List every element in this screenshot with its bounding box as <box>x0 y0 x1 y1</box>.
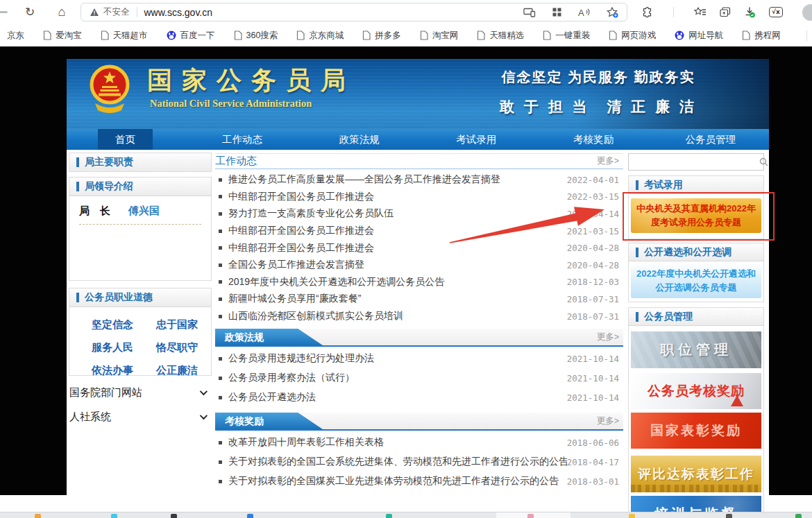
home-icon[interactable]: ⌂ <box>53 0 71 24</box>
more-link[interactable]: 更多> <box>597 415 619 427</box>
leader-title: 局 长 <box>79 205 110 218</box>
nav-item-home[interactable]: 首页 <box>67 129 184 150</box>
bookmark-item[interactable]: 网址导航 <box>675 30 723 42</box>
dropdown-hr-system[interactable]: 人社系统 <box>69 408 212 426</box>
search-icon[interactable] <box>759 157 768 166</box>
page-icon <box>420 31 428 40</box>
accent-bar <box>76 182 79 191</box>
more-link[interactable]: 更多> <box>597 331 619 343</box>
bullet-icon <box>219 195 222 198</box>
favorites-bar-icon[interactable] <box>694 7 707 17</box>
policy-item[interactable]: 公务员录用违规违纪行为处理办法 2021-10-14 <box>215 349 623 368</box>
divider <box>806 31 807 41</box>
banner-appraisal-rewards[interactable]: 公务员考核奖励 <box>631 373 761 409</box>
awards-item[interactable]: 改革开放四十周年表彰工作相关表格 2018-06-06 <box>215 433 623 452</box>
nav-item-management[interactable]: 公务员管理 <box>652 129 769 150</box>
add-favorite-icon[interactable] <box>607 7 618 18</box>
banner-evaluation-commendation[interactable]: 评比达标表彰工作 <box>631 456 761 492</box>
news-item[interactable]: 新疆叶城公务员享用“廉政套餐” 2018-07-31 <box>215 291 623 308</box>
bookmark-item[interactable]: 天猫精选 <box>477 30 524 42</box>
ethics-term: 忠于国家 <box>156 318 211 331</box>
page-icon <box>477 31 485 40</box>
taskbar-icon[interactable] <box>629 514 635 518</box>
bookmark-item[interactable]: 携程网 <box>742 30 781 42</box>
site-header-banner: 国家公务员局 National Civil Service Administra… <box>67 59 769 129</box>
section-title: 公务员管理 <box>644 311 693 323</box>
nav-item-policy[interactable]: 政策法规 <box>301 129 418 150</box>
box-bureau-leaders: 局领导介绍 局 长 傅兴国 <box>69 177 212 281</box>
nav-item-exam[interactable]: 考试录用 <box>418 129 535 150</box>
send-to-devices-icon[interactable] <box>523 8 536 17</box>
not-secure-warning-icon[interactable] <box>90 8 99 17</box>
downloads-icon[interactable] <box>744 6 756 18</box>
section-title[interactable]: 工作动态 <box>215 155 257 168</box>
accent-bar <box>636 248 638 257</box>
bookmark-item[interactable]: 爱淘宝 <box>43 30 82 42</box>
taskbar-icon[interactable] <box>726 514 732 518</box>
dropdown-gov-sites[interactable]: 国务院部门网站 <box>69 383 212 402</box>
dashed-divider <box>79 224 201 225</box>
baidu-icon <box>167 31 176 40</box>
bookmark-item[interactable]: 淘宝网 <box>420 30 459 42</box>
policy-item[interactable]: 公务员录用考察办法（试行） 2021-10-14 <box>215 368 623 388</box>
bookmark-item[interactable]: 京东商城 <box>296 30 344 42</box>
ethics-terms: 坚定信念 忠于国家 服务人民 恪尽职守 依法办事 公正廉洁 <box>69 307 211 377</box>
taskbar-icon[interactable] <box>111 514 117 518</box>
address-bar[interactable]: 不安全 www.scs.gov.cn A <box>81 3 627 21</box>
awards-list: 改革开放四十周年表彰工作相关表格 2018-06-06 关于对拟表彰的全国工会系… <box>215 431 623 492</box>
leader-row: 局 长 傅兴国 <box>69 196 211 218</box>
awards-item[interactable]: 关于对拟表彰的全国煤炭工业先进集体劳动模范和先进工作者进行公示的公告 2018-… <box>215 472 623 491</box>
slogan: 信念坚定 为民服务 勤政务实 敢 于 担 当 清 正 廉 洁 <box>464 68 733 116</box>
nav-item-work-news[interactable]: 工作动态 <box>184 129 301 150</box>
awards-item[interactable]: 关于对拟表彰的全国工会系统先进集体、劳动模范和先进工作者进行公示的公告 2018… <box>215 452 623 472</box>
banner-position-management[interactable]: 职位管理 <box>631 331 761 368</box>
bookmark-item[interactable]: 网页游戏 <box>609 30 656 42</box>
site-search[interactable] <box>628 153 764 171</box>
taskbar-icon[interactable] <box>171 514 177 518</box>
bookmark-item[interactable]: 360搜索 <box>234 30 278 42</box>
extensions-icon[interactable] <box>642 7 653 18</box>
search-input[interactable] <box>629 154 759 170</box>
section-tab[interactable]: 考核奖励 <box>215 413 323 429</box>
section-awards: 考核奖励 更多> 改革开放四十周年表彰工作相关表格 2018-06-06 关于对… <box>215 413 623 492</box>
bookmark-item[interactable]: 京东 <box>7 30 24 42</box>
read-aloud-icon[interactable]: A <box>578 8 590 17</box>
more-link[interactable]: 更多> <box>597 155 619 167</box>
taskbar-icon[interactable] <box>527 514 534 518</box>
taskbar-icon[interactable] <box>35 514 41 518</box>
reload-icon[interactable]: ↻ <box>21 0 39 24</box>
ethics-term: 公正廉洁 <box>156 364 211 377</box>
slogan-line2: 敢 于 担 当 清 正 廉 洁 <box>464 97 733 116</box>
back-icon[interactable] <box>0 11 8 13</box>
news-item[interactable]: 推进公务员工作高质量发展——全国公务员工作推进会发言摘登 2022-04-01 <box>215 171 623 189</box>
bookmark-item[interactable]: 百度一下 <box>167 30 215 42</box>
profile-avatar[interactable] <box>802 4 812 21</box>
immersive-reader-icon[interactable] <box>552 8 561 17</box>
taskbar-icon[interactable] <box>795 514 802 518</box>
news-item[interactable]: 山西临汾尧都区创新模式抓实公务员培训 2018-07-31 <box>215 308 623 325</box>
page-icon <box>362 31 371 40</box>
bullet-icon <box>219 396 222 399</box>
banner-national-commendation[interactable]: 国家表彰奖励 <box>631 413 761 449</box>
math-solver-icon[interactable]: √x <box>769 7 783 17</box>
section-tab[interactable]: 政策法规 <box>215 329 323 345</box>
news-item[interactable]: 全国公务员工作推进会发言摘登 2020-04-28 <box>215 257 623 274</box>
nav-item-appraisal[interactable]: 考核奖励 <box>535 129 652 150</box>
bookmark-item[interactable]: 一键重装 <box>543 30 590 42</box>
leader-name-link[interactable]: 傅兴国 <box>128 205 160 218</box>
bookmark-item[interactable]: 天猫超市 <box>101 30 148 42</box>
taskbar-icon[interactable] <box>247 514 253 518</box>
url-text[interactable]: www.scs.gov.cn <box>144 7 213 18</box>
taskbar-icon[interactable] <box>386 514 392 518</box>
policy-item[interactable]: 公务员公开遴选办法 2021-10-14 <box>215 388 623 407</box>
collections-icon[interactable] <box>720 7 731 17</box>
ethics-term: 依法办事 <box>92 364 146 377</box>
accent-bar <box>76 157 79 167</box>
bullet-icon <box>219 297 222 301</box>
section-policy: 政策法规 更多> 公务员录用违规违纪行为处理办法 2021-10-14 公务员录… <box>215 329 623 408</box>
bookmark-item[interactable]: 拼多多 <box>362 30 401 42</box>
selection-2022-banner[interactable]: 2022年度中央机关公开遴选和公开选调公务员专题 <box>631 264 761 298</box>
news-item[interactable]: 2019年度中央机关公开遴选和公开选调公务员公告 2018-12-03 <box>215 274 623 291</box>
box-bureau-duties[interactable]: 局主要职责 <box>69 153 212 172</box>
bullet-icon <box>219 246 222 250</box>
